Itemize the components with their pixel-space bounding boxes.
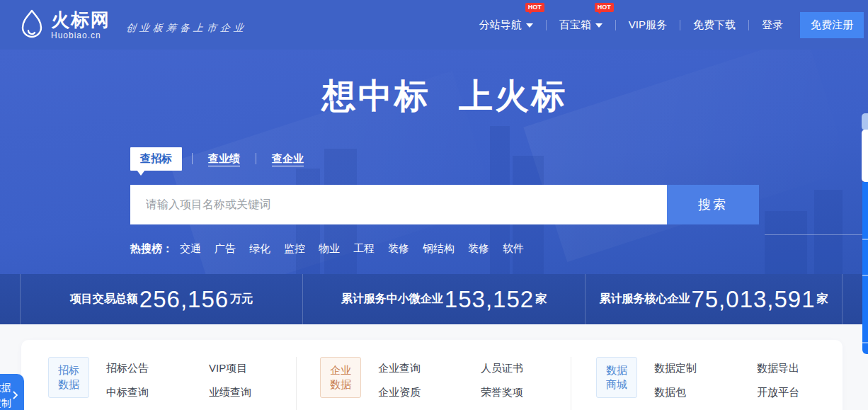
link-winning-bid-search[interactable]: 中标查询: [106, 386, 192, 399]
category-box-company-data[interactable]: 企业数据: [320, 357, 361, 398]
category-card: 招标数据 招标公告 中标查询 VIP项目 业绩查询 企业数据 企业查询 企业资质: [21, 340, 843, 410]
nav-divider: [680, 20, 680, 30]
hot-keyword[interactable]: 装修: [388, 242, 409, 256]
chevron-right-icon: [12, 391, 18, 399]
hot-keyword[interactable]: 交通: [180, 242, 201, 256]
nav-item-toolbox[interactable]: 百宝箱 HOT: [558, 14, 604, 36]
chevron-down-icon: [595, 23, 603, 28]
nav-divider: [615, 20, 616, 30]
register-button[interactable]: 免费注册: [800, 12, 864, 38]
hot-keyword[interactable]: 软件: [503, 242, 524, 256]
stat-total-transactions: 项目交易总额 256,156 万元: [20, 274, 302, 324]
flame-logo-icon: [18, 9, 45, 40]
nav-item-vip-service[interactable]: VIP服务: [627, 14, 668, 36]
search-bar: 搜索: [130, 185, 759, 224]
right-edge-widgets: [861, 113, 868, 354]
nav-item-free-download[interactable]: 免费下载: [692, 14, 737, 36]
link-company-qualifications[interactable]: 企业资质: [378, 386, 464, 399]
nav-divider: [546, 20, 547, 30]
hot-search-label: 热搜榜：: [130, 242, 173, 256]
link-honors-awards[interactable]: 荣誉奖项: [481, 386, 566, 399]
search-input[interactable]: [130, 185, 667, 224]
nav-divider: [748, 20, 749, 30]
brand-logo[interactable]: 火标网 Huobiao.cn: [18, 9, 110, 40]
link-company-search[interactable]: 企业查询: [378, 362, 464, 375]
hot-keyword[interactable]: 绿化: [249, 242, 270, 256]
stat-value: 256,156: [139, 286, 229, 313]
category-box-data-mall[interactable]: 数据商城: [596, 357, 637, 398]
scrollbar-thumb[interactable]: [862, 130, 868, 182]
category-box-tender-data[interactable]: 招标数据: [48, 357, 89, 398]
top-navbar: 火标网 Huobiao.cn 创业板筹备上市企业 分站导航 HOT 百宝箱 HO…: [0, 0, 868, 50]
brand-domain: Huobiao.cn: [51, 31, 110, 40]
link-open-platform[interactable]: 开放平台: [757, 386, 843, 399]
tab-search-performance[interactable]: 查业绩: [202, 147, 246, 171]
brand-name: 火标网: [51, 11, 110, 29]
tab-divider: [256, 153, 256, 164]
stat-value: 153,152: [445, 286, 534, 313]
hot-badge: HOT: [525, 3, 544, 12]
scrollbar-top-cap: [862, 113, 868, 130]
nav-item-login[interactable]: 登录: [760, 14, 784, 36]
stat-value: 75,013,591: [691, 286, 815, 313]
hot-keyword[interactable]: 装修: [468, 242, 489, 256]
hero-title: 想中标 上火标: [130, 74, 759, 119]
hot-keyword[interactable]: 钢结构: [423, 242, 455, 256]
category-group-company-data: 企业数据 企业查询 企业资质 人员证书 荣誉奖项: [296, 357, 571, 410]
link-personnel-certificates[interactable]: 人员证书: [481, 362, 566, 375]
link-performance-search[interactable]: 业绩查询: [209, 386, 295, 399]
tab-divider: [192, 153, 193, 164]
link-data-customization[interactable]: 数据定制: [654, 362, 740, 375]
left-float-data-custom-tab[interactable]: 数据定制: [0, 374, 24, 410]
page: 火标网 Huobiao.cn 创业板筹备上市企业 分站导航 HOT 百宝箱 HO…: [0, 0, 868, 410]
link-data-export[interactable]: 数据导出: [757, 362, 843, 375]
category-group-tender-data: 招标数据 招标公告 中标查询 VIP项目 业绩查询: [21, 357, 296, 410]
tab-search-tenders[interactable]: 查招标: [130, 147, 182, 171]
category-section: 招标数据 招标公告 中标查询 VIP项目 业绩查询 企业数据 企业查询 企业资质: [0, 340, 868, 410]
brand-tagline: 创业板筹备上市企业: [125, 22, 248, 35]
link-vip-projects[interactable]: VIP项目: [209, 362, 295, 375]
stats-bar: 项目交易总额 256,156 万元 累计服务中小微企业 153,152 家 累计…: [0, 274, 868, 324]
tab-search-companies[interactable]: 查企业: [266, 147, 309, 171]
nav-item-site-directory[interactable]: 分站导航 HOT: [478, 14, 535, 36]
hot-keyword[interactable]: 工程: [353, 242, 375, 256]
search-button[interactable]: 搜索: [667, 185, 759, 224]
hot-badge: HOT: [595, 3, 614, 12]
top-nav-links: 分站导航 HOT 百宝箱 HOT VIP服务 免费下载 登录 免费注册: [478, 12, 864, 38]
chevron-down-icon: [526, 23, 533, 28]
search-tabs: 查招标 查业绩 查企业: [130, 147, 759, 170]
link-data-package[interactable]: 数据包: [654, 386, 740, 399]
hot-keyword[interactable]: 广告: [215, 242, 236, 256]
hot-search-row: 热搜榜： 交通 广告 绿化 监控 物业 工程 装修 钢结构 装修 软件: [130, 242, 759, 256]
link-tender-announcements[interactable]: 招标公告: [106, 362, 192, 375]
stat-core-enterprises: 累计服务核心企业 75,013,591 家: [585, 274, 843, 324]
category-group-data-mall: 数据商城 数据定制 数据包 数据导出 开放平台: [571, 357, 843, 410]
hot-keyword[interactable]: 监控: [284, 242, 305, 256]
hot-keyword[interactable]: 物业: [319, 242, 340, 256]
hero-section: 想中标 上火标 查招标 查业绩 查企业 搜索 热搜榜： 交通 广告 绿化 监控 …: [0, 50, 868, 274]
quick-nav-strip[interactable]: [862, 182, 868, 354]
stat-sme-served: 累计服务中小微企业 153,152 家: [302, 274, 585, 324]
